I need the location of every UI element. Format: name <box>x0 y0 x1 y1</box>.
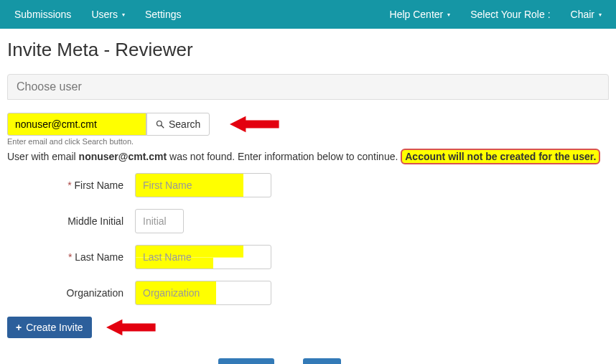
required-asterisk-icon: * <box>67 179 71 191</box>
caret-down-icon: ▾ <box>599 11 602 18</box>
nav-help-center-label: Help Center <box>390 9 444 20</box>
search-icon <box>156 120 164 129</box>
last-name-input[interactable] <box>135 245 271 269</box>
next-button[interactable]: Next <box>303 358 341 364</box>
annotation-arrow-icon <box>230 113 280 135</box>
organization-input[interactable] <box>135 281 271 305</box>
plus-icon: + <box>16 322 22 333</box>
previous-button[interactable]: Previous <box>218 358 274 364</box>
middle-initial-label-text: Middle Initial <box>67 215 123 227</box>
nav-help-center[interactable]: Help Center ▾ <box>380 1 461 27</box>
role-value-text: Chair <box>571 9 594 20</box>
organization-label-text: Organization <box>67 287 123 299</box>
nav-role-label: Select Your Role : <box>460 1 560 27</box>
middle-initial-label: Middle Initial <box>0 215 135 227</box>
annotation-arrow-icon <box>106 317 157 338</box>
page-title: Invite Meta - Reviewer <box>7 39 616 61</box>
svg-line-1 <box>162 126 164 129</box>
not-found-suffix: was not found. Enter information below t… <box>167 151 401 162</box>
role-label-text: Select Your Role : <box>470 9 550 20</box>
search-button[interactable]: Search <box>146 113 210 136</box>
first-name-input[interactable] <box>135 173 271 197</box>
required-asterisk-icon: * <box>68 251 72 263</box>
cancel-button[interactable]: Cancel <box>141 358 190 364</box>
search-button-label: Search <box>169 118 200 130</box>
user-not-found-message: User with email nonuser@cmt.cmt was not … <box>7 149 609 164</box>
nav-users[interactable]: Users ▾ <box>81 1 135 27</box>
not-found-email: nonuser@cmt.cmt <box>79 151 167 162</box>
wizard-footer: Cancel Previous Next <box>141 358 616 364</box>
caret-down-icon: ▾ <box>122 11 125 18</box>
search-email-input[interactable] <box>7 113 146 136</box>
last-name-label: * Last Name <box>0 251 135 263</box>
nav-submissions[interactable]: Submissions <box>4 1 81 27</box>
first-name-label: * First Name <box>0 179 135 191</box>
last-name-label-text: Last Name <box>75 251 123 263</box>
organization-label: Organization <box>0 287 135 299</box>
first-name-label-text: First Name <box>75 179 123 191</box>
top-navbar: Submissions Users ▾ Settings Help Center… <box>0 0 616 29</box>
nav-submissions-label: Submissions <box>14 9 71 20</box>
svg-point-0 <box>157 121 162 126</box>
not-found-prefix: User with email <box>7 151 79 162</box>
middle-initial-input[interactable] <box>135 209 184 233</box>
caret-down-icon: ▾ <box>447 11 450 18</box>
create-invite-label: Create Invite <box>26 322 83 333</box>
nav-settings[interactable]: Settings <box>135 1 192 27</box>
svg-marker-2 <box>230 116 279 132</box>
nav-role-selector[interactable]: Chair ▾ <box>561 1 612 27</box>
search-help-text: Enter email and click Search button. <box>7 137 609 146</box>
svg-marker-3 <box>106 319 156 335</box>
nav-users-label: Users <box>91 9 118 20</box>
create-invite-button[interactable]: + Create Invite <box>7 317 92 338</box>
account-not-created-callout: Account will not be created for the user… <box>401 149 600 164</box>
nav-settings-label: Settings <box>145 9 182 20</box>
choose-user-panel-heading: Choose user <box>7 74 609 100</box>
